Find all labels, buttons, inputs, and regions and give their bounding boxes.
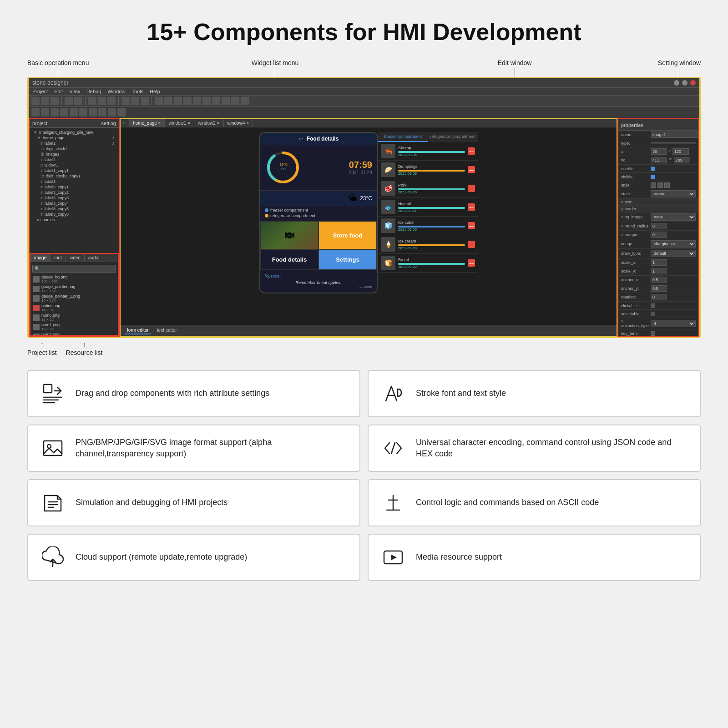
tree-widow1[interactable]: □ widow1 [30,162,119,168]
tab-refrigerator[interactable]: refrigerator compartment [428,132,478,142]
menu-view[interactable]: View [69,89,80,94]
tree-digit-clock1-copy1[interactable]: ⏱ digit_clock1_copy1 [30,173,119,179]
tab-home-page[interactable]: home_page × [129,119,165,127]
tool-align9[interactable] [241,97,249,105]
tool-stop[interactable] [141,97,149,105]
tool2-3[interactable] [51,108,59,116]
tool-copy[interactable] [88,97,96,105]
tool-new[interactable] [31,97,40,105]
food-del-icecube[interactable]: — [468,222,475,229]
tree-label3-copy4[interactable]: T label3_copy4 [30,201,119,206]
tree-label3-copy2[interactable]: T label3_copy2 [30,190,119,195]
tab-window1[interactable]: window1 × [165,119,194,127]
tool-redo[interactable] [74,97,82,105]
menu-project[interactable]: Project [32,89,48,94]
prop-animation-select[interactable]: 4 [651,320,696,327]
prop-h-input[interactable] [674,157,690,163]
tool2-7[interactable] [89,108,97,116]
tree-label3-copy5[interactable]: T label3_copy5 [30,206,119,212]
tree-label1-copy1[interactable]: T label1_copy1 [30,168,119,173]
tree-label3-copy1[interactable]: T label3_copy1 [30,184,119,190]
prop-image-select[interactable]: chargingcar [651,240,696,248]
tool2-8[interactable] [98,108,106,116]
prop-enable-checkbox[interactable] [651,167,655,171]
tool-undo[interactable] [65,97,73,105]
tree-label3-copy6[interactable]: T label3_copy6 [30,212,119,217]
tool-save[interactable] [51,97,59,105]
tool-align2[interactable] [174,97,182,105]
prop-visible-checkbox[interactable] [651,175,655,179]
tree-image1[interactable]: 🖼 image1 [30,152,119,157]
res-item[interactable]: num1.png 18 × 22 [32,322,116,332]
tree-home-page[interactable]: ▼ home_page ∧ [30,135,119,141]
tree-digit-clock1[interactable]: ⏱ digit_clock1 [30,146,119,152]
prop-rotation-input[interactable] [651,294,667,300]
res-item[interactable]: notice.png 14 × 24 [32,303,116,313]
tree-label3-copy3[interactable]: T label3_copy3 [30,195,119,201]
tool-cut[interactable] [107,97,116,105]
tool2-5[interactable] [70,108,78,116]
tool2-10[interactable] [117,108,126,116]
style-swatch-1[interactable] [651,182,656,188]
nav-settings-btn[interactable]: Settings [318,249,377,270]
food-del-bread[interactable]: — [468,259,475,267]
res-item[interactable]: gauge_pointer.png 11 × 152 [32,284,116,293]
food-del-icecream[interactable]: — [468,241,475,248]
res-tab-audio[interactable]: audio [85,254,103,262]
tool2-4[interactable] [60,108,68,116]
res-tab-image[interactable]: image [30,254,51,262]
tool2-1[interactable] [31,108,40,116]
menu-window[interactable]: Window [107,89,125,94]
food-del-shrimp[interactable]: — [468,147,475,155]
tool-align5[interactable] [202,97,211,105]
tool-paste[interactable] [98,97,106,105]
prop-clickable-checkbox[interactable] [651,303,655,308]
food-del-hairtail[interactable]: — [468,203,475,211]
bottom-tab-form[interactable]: form editor [125,327,151,334]
nav-store-food-btn[interactable]: Store food [318,221,377,249]
prop-round-input[interactable] [651,223,667,229]
close-button[interactable] [690,80,696,86]
style-swatch-2[interactable] [657,182,663,188]
tab-freezer[interactable]: freezer compartment [378,132,428,142]
res-item[interactable]: num2.png 18 × 22 [32,332,116,335]
prop-key-tone-checkbox[interactable] [651,331,655,336]
prop-draw-type-select[interactable]: default [651,250,696,257]
tool-align1[interactable] [164,97,172,105]
tool-run[interactable] [121,97,130,105]
prop-scale-x-input[interactable] [651,259,667,266]
nav-food-details-btn[interactable]: Food details [260,249,318,270]
prop-margin-input[interactable] [651,232,667,238]
tool-align3[interactable] [183,97,192,105]
tool-align8[interactable] [231,97,239,105]
minimize-button[interactable] [674,80,679,86]
tool-debug[interactable] [131,97,139,105]
res-item[interactable]: gauge_pointer_1.png 10 × 154 [32,293,116,303]
prop-w-input[interactable] [651,157,667,163]
prop-y-input[interactable] [672,148,689,155]
tool-align7[interactable] [222,97,230,105]
menu-tools[interactable]: Tools [131,89,143,94]
tool-settings[interactable] [155,97,163,105]
tree-label2[interactable]: T label2 [30,157,119,162]
prop-anchor-x-input[interactable] [651,277,667,283]
res-tab-video[interactable]: video [66,254,85,262]
tree-resources[interactable]: resources [30,217,119,222]
tool-align6[interactable] [212,97,220,105]
menu-debug[interactable]: Debug [86,89,101,94]
prop-state-select[interactable]: normal [651,190,696,197]
prop-x-input[interactable] [651,148,667,155]
resource-search[interactable] [32,265,116,273]
prop-name-input[interactable] [651,131,698,138]
maximize-button[interactable] [682,80,688,86]
res-tab-font[interactable]: font [51,254,66,262]
prop-selectable-checkbox[interactable] [651,312,655,316]
tool-open[interactable] [41,97,49,105]
tab-window4[interactable]: window4 × [224,119,253,127]
tool2-9[interactable] [108,108,116,116]
style-swatch-3[interactable] [664,182,670,188]
res-item[interactable]: num0.png 18 × 22 [32,313,116,322]
prop-bg-image-select[interactable]: none [651,213,696,221]
tree-label1[interactable]: T label1 ∧ [30,141,119,146]
prop-scale-y-input[interactable] [651,268,667,274]
